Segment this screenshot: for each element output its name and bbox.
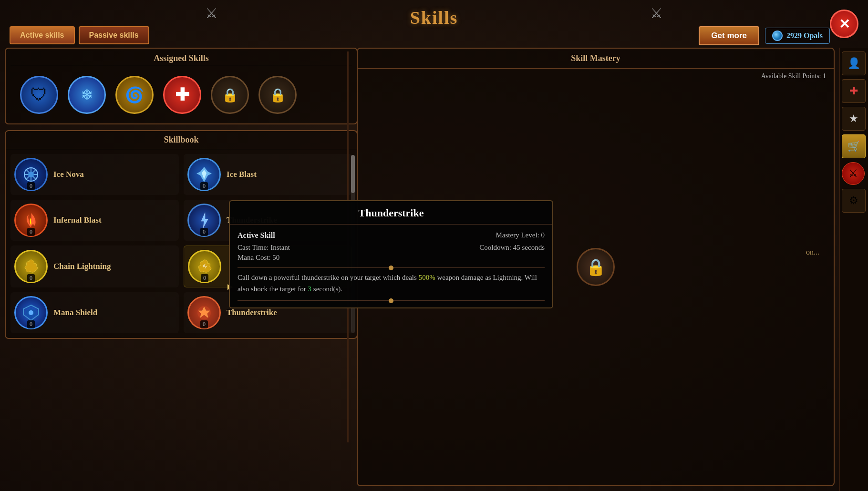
infernal-blast-name: Infernal Blast xyxy=(53,215,102,225)
assigned-skills-header: Assigned Skills xyxy=(10,53,352,66)
svg-point-1 xyxy=(28,172,34,177)
damage-percent: 500% xyxy=(419,274,435,281)
available-points-label: Available Skill Points: xyxy=(761,72,821,80)
infernal-blast-icon-wrap: 0 xyxy=(14,204,48,237)
sidebar-shop-icon[interactable]: 🛒 xyxy=(842,134,866,158)
skill-tooltip: Thunderstrike Active Skill Mastery Level… xyxy=(229,200,553,308)
assigned-slot-ice-crystal[interactable]: ❄ xyxy=(68,76,106,114)
chain-lightning-2-icon-wrap: 0 xyxy=(188,250,221,283)
ice-blast-icon-wrap: 0 xyxy=(187,158,221,191)
cast-time-stat: Cast Time: Instant xyxy=(238,244,387,252)
mana-shield-level: 0 xyxy=(27,320,35,328)
mana-shield-name: Mana Shield xyxy=(53,308,97,317)
top-right-controls: Get more 2929 Opals xyxy=(699,26,830,45)
thunderstrike-level: 0 xyxy=(200,228,208,236)
lock-symbol: 🔒 xyxy=(586,257,606,276)
ice-blast-name: Ice Blast xyxy=(227,170,257,179)
skill-item-infernal-blast[interactable]: 0 Infernal Blast xyxy=(10,200,179,241)
skill-item-mana-shield[interactable]: 0 Mana Shield xyxy=(10,292,179,333)
tooltip-description: Call down a powerful thunderstrike on yo… xyxy=(238,272,545,295)
chain-lightning-level: 0 xyxy=(27,274,35,282)
skill-item-chain-lightning[interactable]: 0 Chain Lightning xyxy=(10,246,179,287)
lock1-icon: 🔒 xyxy=(222,87,238,103)
chain-lightning-2-level: 0 xyxy=(201,274,208,282)
partial-text: on... xyxy=(806,248,819,256)
tornado-slot-icon: 🌀 xyxy=(125,86,144,104)
fireball-icon-wrap: 0 xyxy=(187,296,221,329)
mana-cost-label: Mana Cost: xyxy=(238,254,271,261)
opal-gem-icon xyxy=(772,31,783,41)
cooldown-stat: Cooldown: 45 seconds xyxy=(395,244,545,252)
infernal-blast-level: 0 xyxy=(27,228,35,236)
skill-mastery-header: Skill Mastery xyxy=(358,49,834,69)
mana-shield-icon-wrap: 0 xyxy=(14,296,48,329)
lock2-icon: 🔒 xyxy=(269,87,286,103)
tooltip-row-type: Active Skill Mastery Level: 0 xyxy=(238,231,545,240)
ice-nova-level: 0 xyxy=(27,182,35,190)
close-button[interactable]: ✕ xyxy=(830,10,858,38)
desc-prefix: Call down a powerful thunderstrike on yo… xyxy=(238,274,419,281)
desc-suffix: second(s). xyxy=(311,285,342,293)
chain-lightning-icon-wrap: 0 xyxy=(14,250,48,283)
opals-count: 2929 Opals xyxy=(786,31,823,40)
cast-time-label: Cast Time: xyxy=(238,244,269,251)
assigned-skill-slots: 🛡 ❄ 🌀 ✚ 🔒 🔒 xyxy=(10,71,352,119)
assigned-slot-tornado[interactable]: 🌀 xyxy=(115,76,154,114)
assigned-slot-heal[interactable]: ✚ xyxy=(163,76,201,114)
skillbook-header: Skillbook xyxy=(6,131,357,149)
ice-blast-level: 0 xyxy=(200,182,208,190)
sidebar-settings-icon[interactable]: ⚙ xyxy=(842,189,866,213)
fireball-name: Thunderstrike xyxy=(227,308,277,317)
tooltip-title: Thunderstrike xyxy=(230,201,552,225)
shield-slot-icon: 🛡 xyxy=(31,85,48,105)
assigned-slot-locked-2[interactable]: 🔒 xyxy=(258,76,297,114)
tooltip-divider xyxy=(238,267,545,268)
assigned-skills-section: Assigned Skills 🛡 ❄ 🌀 ✚ 🔒 xyxy=(5,48,358,124)
mastery-label: Mastery Level: xyxy=(496,231,539,239)
scroll-thumb xyxy=(351,155,355,193)
tab-passive-skills[interactable]: Passive skills xyxy=(79,26,149,44)
skill-item-ice-blast[interactable]: 0 Ice Blast xyxy=(184,154,352,195)
sidebar-health-icon[interactable]: ✚ xyxy=(842,79,866,103)
opals-display: 2929 Opals xyxy=(765,28,830,44)
svg-point-6 xyxy=(29,310,33,315)
tooltip-skill-type: Active Skill xyxy=(238,231,275,240)
assigned-slot-locked-1[interactable]: 🔒 xyxy=(211,76,249,114)
tooltip-mastery: Mastery Level: 0 xyxy=(496,231,545,240)
right-sidebar: 👤 ✚ ★ 🛒 ⚔ ⚙ xyxy=(839,48,868,491)
assigned-slot-shield[interactable]: 🛡 xyxy=(20,76,58,114)
ice-crystal-slot-icon: ❄ xyxy=(81,86,93,104)
axe-right-decoration: ⚔ xyxy=(650,5,663,21)
cooldown-value: 45 seconds xyxy=(513,244,545,251)
sidebar-emblem-icon[interactable]: ⚔ xyxy=(842,162,865,185)
tooltip-stats: Cast Time: Instant Cooldown: 45 seconds … xyxy=(238,244,545,262)
axe-left-decoration: ⚔ xyxy=(205,5,218,21)
sidebar-star-icon[interactable]: ★ xyxy=(842,107,866,131)
tooltip-body: Active Skill Mastery Level: 0 Cast Time:… xyxy=(230,225,552,307)
mana-cost-value: 50 xyxy=(272,254,279,261)
mastery-lock-icon: 🔒 xyxy=(577,248,615,286)
tab-bar: Active skills Passive skills xyxy=(10,26,149,44)
get-more-button[interactable]: Get more xyxy=(699,26,759,45)
sidebar-character-icon[interactable]: 👤 xyxy=(842,51,866,75)
tab-active-skills[interactable]: Active skills xyxy=(10,26,75,44)
chain-lightning-name: Chain Lightning xyxy=(53,262,111,271)
tooltip-bottom-divider xyxy=(238,300,545,301)
heal-slot-icon: ✚ xyxy=(175,85,189,105)
mana-cost-stat: Mana Cost: 50 xyxy=(238,254,387,262)
cooldown-label: Cooldown: xyxy=(479,244,511,251)
page-title: Skills xyxy=(410,7,458,28)
fireball-level: 0 xyxy=(200,320,208,328)
cast-time-value: Instant xyxy=(270,244,290,251)
mastery-value: 0 xyxy=(541,231,545,239)
ice-nova-name: Ice Nova xyxy=(53,170,84,179)
shock-duration: 3 xyxy=(308,285,312,293)
ice-nova-icon-wrap: 0 xyxy=(14,158,48,191)
thunderstrike-icon-wrap: 0 xyxy=(187,204,221,237)
skill-item-ice-nova[interactable]: 0 Ice Nova xyxy=(10,154,179,195)
available-skill-points: Available Skill Points: 1 xyxy=(761,72,826,80)
available-points-value: 1 xyxy=(823,72,826,80)
